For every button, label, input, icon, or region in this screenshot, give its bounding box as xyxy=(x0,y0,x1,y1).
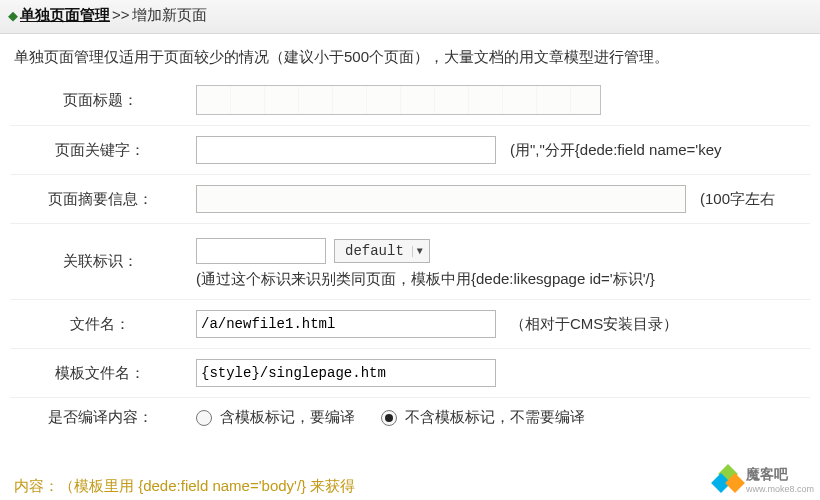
row-keywords: 页面关键字： (用","分开{dede:field name='key xyxy=(10,125,810,174)
input-template[interactable] xyxy=(196,359,496,387)
hint-summary: (100字左右 xyxy=(700,190,775,209)
watermark-name: 魔客吧 xyxy=(746,466,814,484)
label-relmark: 关联标识： xyxy=(10,238,196,271)
row-compile: 是否编译内容： 含模板标记，要编译 不含模板标记，不需要编译 xyxy=(10,397,810,437)
intro-text: 单独页面管理仅适用于页面较少的情况（建议小于500个页面），大量文档的用文章模型… xyxy=(0,34,820,75)
label-filename: 文件名： xyxy=(10,315,196,334)
label-keywords: 页面关键字： xyxy=(10,141,196,160)
radio-label-no: 不含模板标记，不需要编译 xyxy=(405,408,585,427)
row-relmark: 关联标识： default ▼ (通过这个标识来识别类同页面，模板中用{dede… xyxy=(10,223,810,299)
breadcrumb-link[interactable]: 单独页面管理 xyxy=(20,6,110,23)
label-title: 页面标题： xyxy=(10,91,196,110)
diamond-icon: ◆ xyxy=(8,8,18,23)
select-value: default xyxy=(345,243,404,259)
form-area: 页面标题： 页面关键字： (用","分开{dede:field name='ke… xyxy=(0,75,820,437)
input-keywords[interactable] xyxy=(196,136,496,164)
radio-compile-no[interactable]: 不含模板标记，不需要编译 xyxy=(381,408,585,427)
footer-partial: 内容：（模板里用 {dede:field name='body'/} 来获得 xyxy=(14,477,434,496)
watermark-url: www.moke8.com xyxy=(746,484,814,494)
watermark: 魔客吧 www.moke8.com xyxy=(714,466,814,494)
breadcrumb: ◆单独页面管理>>增加新页面 xyxy=(0,0,820,34)
hint-filename: （相对于CMS安装目录） xyxy=(510,315,678,334)
select-relmark[interactable]: default ▼ xyxy=(334,239,430,263)
input-title[interactable] xyxy=(196,85,601,115)
hint-relmark: (通过这个标识来识别类同页面，模板中用{dede:likesgpage id='… xyxy=(196,270,810,289)
breadcrumb-current: 增加新页面 xyxy=(132,6,207,23)
row-title: 页面标题： xyxy=(10,75,810,125)
label-compile: 是否编译内容： xyxy=(10,408,196,427)
chevron-down-icon: ▼ xyxy=(412,246,427,257)
hint-keywords: (用","分开{dede:field name='key xyxy=(510,141,722,160)
radio-icon xyxy=(196,410,212,426)
input-filename[interactable] xyxy=(196,310,496,338)
radio-label-yes: 含模板标记，要编译 xyxy=(220,408,355,427)
input-relmark[interactable] xyxy=(196,238,326,264)
radio-compile-yes[interactable]: 含模板标记，要编译 xyxy=(196,408,355,427)
logo-icon xyxy=(714,467,742,493)
row-summary: 页面摘要信息： (100字左右 xyxy=(10,174,810,223)
label-template: 模板文件名： xyxy=(10,364,196,383)
breadcrumb-sep: >> xyxy=(112,6,130,23)
row-template: 模板文件名： xyxy=(10,348,810,397)
input-summary[interactable] xyxy=(196,185,686,213)
radio-icon xyxy=(381,410,397,426)
label-summary: 页面摘要信息： xyxy=(10,190,196,209)
row-filename: 文件名： （相对于CMS安装目录） xyxy=(10,299,810,348)
